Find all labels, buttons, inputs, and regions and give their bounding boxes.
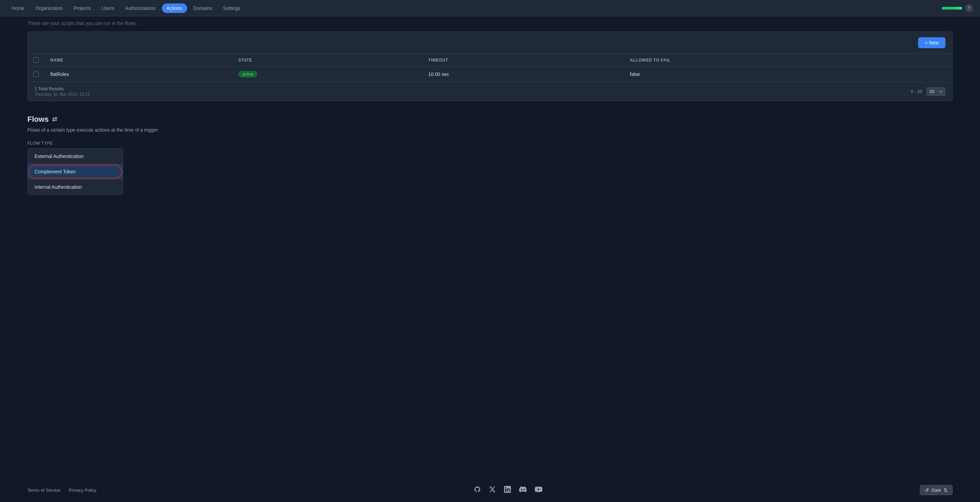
row-state: active: [233, 67, 423, 82]
row-checkbox-cell: [28, 67, 45, 82]
col-timeout: TIMEOUT: [423, 54, 624, 67]
table-row: flatRoles active 10.00 sec false: [28, 67, 952, 82]
table-footer: 1 Total Results Thursday 30. Mar 2023, 1…: [28, 82, 952, 101]
col-allowed-to-fail: ALLOWED TO FAIL: [624, 54, 952, 67]
nav-item-users[interactable]: Users: [97, 3, 119, 13]
row-allowed-to-fail: false: [624, 67, 952, 82]
flow-option-internal-auth[interactable]: Internal Authentication: [28, 180, 123, 195]
results-date: Thursday 30. Mar 2023, 13:13: [35, 92, 90, 97]
nav-item-projects[interactable]: Projects: [69, 3, 96, 13]
footer-link-terms[interactable]: Terms of Service: [27, 488, 60, 493]
nav-status: ?: [942, 4, 973, 12]
flows-description: Flows of a certain type execute actions …: [27, 127, 953, 133]
nav-item-domains[interactable]: Domains: [189, 3, 217, 13]
row-name: flatRoles: [45, 67, 233, 82]
scripts-subtitle: These are your scripts that you can run …: [27, 16, 953, 32]
flows-icon: ⇄: [52, 116, 57, 123]
footer-social-icons: [97, 486, 920, 495]
table-header-actions: + New: [28, 32, 952, 54]
flow-type-dropdown: External AuthenticationComplement TokenI…: [27, 148, 123, 195]
nav-item-actions[interactable]: Actions: [162, 3, 187, 13]
page-footer: Terms of ServicePrivacy Policy ↺ Dark ⇅: [0, 478, 980, 502]
theme-chevron-icon: ⇅: [944, 488, 948, 493]
theme-label: Dark: [932, 488, 941, 493]
nav-item-settings[interactable]: Settings: [218, 3, 245, 13]
table-header-row: NAME STATE TIMEOUT ALLOWED TO FAIL: [28, 54, 952, 67]
total-results: 1 Total Results: [35, 86, 90, 91]
nav-item-home[interactable]: Home: [7, 3, 29, 13]
discord-icon[interactable]: [519, 486, 527, 495]
flow-option-complement-token[interactable]: Complement Token: [28, 164, 123, 180]
github-icon[interactable]: [474, 486, 481, 494]
help-button[interactable]: ?: [965, 4, 973, 12]
nav-item-authorizations[interactable]: Authorizations: [121, 3, 161, 13]
row-timeout: 10.00 sec: [423, 67, 624, 82]
col-checkbox: [28, 54, 45, 67]
page-range: 0 - 20: [911, 89, 922, 94]
flows-section: Flows ⇄ Flows of a certain type execute …: [27, 115, 953, 195]
status-badge: active: [238, 71, 257, 78]
flows-title: Flows ⇄: [27, 115, 953, 124]
theme-toggle[interactable]: ↺ Dark ⇅: [920, 485, 953, 495]
scripts-table-card: + New NAME STATE TIMEOUT ALLOWED TO FAIL…: [27, 32, 953, 101]
row-checkbox[interactable]: [33, 71, 39, 77]
flow-option-external-auth[interactable]: External Authentication: [28, 149, 123, 164]
status-indicator: [942, 7, 962, 10]
new-button[interactable]: + New: [918, 37, 945, 48]
youtube-icon[interactable]: [535, 486, 542, 495]
footer-links: Terms of ServicePrivacy Policy: [27, 488, 97, 493]
linkedin-icon[interactable]: [504, 486, 511, 494]
main-content: These are your scripts that you can run …: [0, 16, 980, 478]
col-state: STATE: [233, 54, 423, 67]
flow-type-label: Flow Type: [27, 141, 953, 146]
scripts-table: NAME STATE TIMEOUT ALLOWED TO FAIL flatR…: [28, 54, 952, 82]
nav-item-organization[interactable]: Organization: [30, 3, 67, 13]
navigation: HomeOrganizationProjectsUsersAuthorizati…: [0, 0, 980, 16]
twitter-icon[interactable]: [489, 486, 496, 494]
pagination: 0 - 20 20 50 100: [911, 87, 945, 96]
select-all-checkbox[interactable]: [33, 57, 39, 63]
table-results-info: 1 Total Results Thursday 30. Mar 2023, 1…: [35, 86, 90, 97]
footer-link-privacy[interactable]: Privacy Policy: [69, 488, 97, 493]
page-size-select[interactable]: 20 50 100: [926, 87, 945, 96]
col-name: NAME: [45, 54, 233, 67]
theme-icon: ↺: [925, 487, 929, 493]
flows-title-text: Flows: [27, 115, 49, 124]
